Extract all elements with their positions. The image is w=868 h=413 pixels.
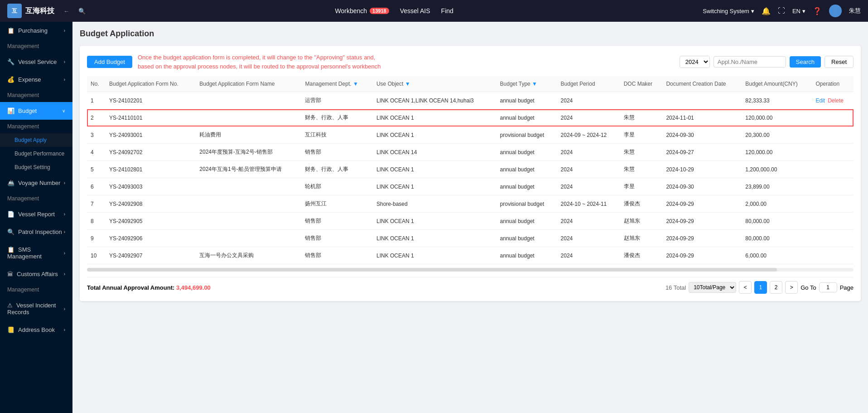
search-input[interactable] xyxy=(714,56,786,68)
cell-budget-period: 2024 xyxy=(557,213,620,230)
sidebar-item-vessel-service[interactable]: 🔧Vessel Service › xyxy=(0,53,72,71)
page-2-button[interactable]: 2 xyxy=(770,281,782,294)
table-row: 2YS-24110101财务、行政、人事LINK OCEAN 1annual b… xyxy=(87,109,854,126)
main-card: Add Budget Once the budget application f… xyxy=(80,46,861,301)
search-button[interactable]: Search xyxy=(790,56,821,68)
table-header: No. Budget Application Form No. Budget A… xyxy=(87,76,854,92)
page-1-button[interactable]: 1 xyxy=(754,281,767,294)
help-icon[interactable]: ❓ xyxy=(813,7,822,15)
cell-doc-creation-date: 2024-09-29 xyxy=(662,230,742,247)
page-title: Budget Application xyxy=(80,29,861,39)
top-header: 互 互海科技 ← 🔍 Workbench 13918 Vessel AIS Fi… xyxy=(0,0,868,22)
cell-mgmt-dept: 销售部 xyxy=(301,213,372,230)
sidebar-item-purchasing[interactable]: 📋Purchasing › xyxy=(0,22,72,39)
sidebar-item-customs[interactable]: 🏛Customs Affairs › xyxy=(0,265,72,283)
cell-budget-type: annual budget xyxy=(497,178,557,195)
edit-link[interactable]: Edit xyxy=(816,97,825,104)
col-form-no: Budget Application Form No. xyxy=(106,76,196,92)
budget-table: No. Budget Application Form No. Budget A… xyxy=(87,76,854,264)
sidebar: 📋Purchasing › Management 🔧Vessel Service… xyxy=(0,22,72,413)
sidebar-item-expense[interactable]: 💰Expense › xyxy=(0,71,72,88)
cell-doc-maker: 朱慧 xyxy=(620,161,663,178)
table-row: 4YS-240927022024年度预算-互海2号-销售部销售部LINK OCE… xyxy=(87,144,854,161)
notice-line2: based on the approval process nodes, it … xyxy=(138,62,674,71)
cell-mgmt-dept: 销售部 xyxy=(301,144,372,161)
search-area: 2024 2023 2022 Search Reset xyxy=(680,56,854,68)
switching-system-btn[interactable]: Switching System ▾ xyxy=(703,8,754,15)
cell-form-no: YS-24092908 xyxy=(106,195,196,213)
col-budget-type[interactable]: Budget Type ▼ xyxy=(497,76,557,92)
per-page-select[interactable]: 10Total/Page 20Total/Page 50Total/Page xyxy=(689,282,736,293)
chevron-address: › xyxy=(64,327,65,332)
cell-mgmt-dept: 销售部 xyxy=(301,247,372,264)
cell-no: 2 xyxy=(87,109,106,126)
cell-mgmt-dept: 扬州互江 xyxy=(301,195,372,213)
cell-use-object: LINK OCEAN 1 xyxy=(373,109,497,126)
cell-budget-amount: 80,000.00 xyxy=(742,230,812,247)
horizontal-scrollbar[interactable] xyxy=(87,268,854,272)
col-budget-period: Budget Period xyxy=(557,76,620,92)
workbench-badge: 13918 xyxy=(370,8,389,14)
sidebar-item-budget-setting[interactable]: Budget Setting xyxy=(0,160,72,174)
chevron-sms: › xyxy=(64,251,65,256)
col-doc-maker: DOC Maker xyxy=(620,76,663,92)
workbench-button[interactable]: Workbench 13918 xyxy=(335,7,389,15)
cell-budget-type: annual budget xyxy=(497,213,557,230)
username-label: 朱慧 xyxy=(849,7,861,15)
next-page-button[interactable]: > xyxy=(785,281,798,294)
cell-operation xyxy=(812,126,854,144)
cell-operation xyxy=(812,230,854,247)
cell-doc-maker: 潘俊杰 xyxy=(620,195,663,213)
sidebar-label-purchasing-mgmt: Management xyxy=(0,39,72,53)
cell-budget-type: annual budget xyxy=(497,230,557,247)
vessel-ais-link[interactable]: Vessel AIS xyxy=(400,7,430,15)
cell-operation xyxy=(812,109,854,126)
cell-no: 1 xyxy=(87,92,106,109)
cell-form-name xyxy=(196,230,301,247)
reset-button[interactable]: Reset xyxy=(825,56,854,68)
cell-doc-creation-date: 2024-09-27 xyxy=(662,144,742,161)
sidebar-item-sms[interactable]: 📋SMS Management › xyxy=(0,241,72,265)
col-mgmt-dept[interactable]: Management Dept. ▼ xyxy=(301,76,372,92)
back-icon[interactable]: ← xyxy=(63,8,69,15)
cell-mgmt-dept: 财务、行政、人事 xyxy=(301,109,372,126)
sidebar-item-budget-apply[interactable]: Budget Apply xyxy=(0,133,72,147)
toolbar-row: Add Budget Once the budget application f… xyxy=(87,53,854,71)
sidebar-item-budget-performance[interactable]: Budget Performance xyxy=(0,147,72,160)
sidebar-item-patrol[interactable]: 🔍Patrol Inspection › xyxy=(0,223,72,241)
sidebar-item-budget[interactable]: 📊Budget ∨ xyxy=(0,102,72,120)
cell-form-no: YS-24092907 xyxy=(106,247,196,264)
fullscreen-icon[interactable]: ⛶ xyxy=(778,7,785,15)
cell-doc-creation-date: 2024-09-29 xyxy=(662,213,742,230)
goto-input[interactable] xyxy=(819,282,837,292)
cell-no: 4 xyxy=(87,144,106,161)
notification-icon[interactable]: 🔔 xyxy=(762,7,771,15)
cell-operation xyxy=(812,178,854,195)
delete-link[interactable]: Delete xyxy=(828,97,844,104)
year-select[interactable]: 2024 2023 2022 xyxy=(680,56,710,68)
cell-form-name xyxy=(196,195,301,213)
sidebar-item-vessel-report[interactable]: 📄Vessel Report › xyxy=(0,205,72,223)
cell-doc-creation-date: 2024-10-29 xyxy=(662,161,742,178)
prev-page-button[interactable]: < xyxy=(739,281,752,294)
chevron-vessel-report: › xyxy=(64,212,65,217)
total-text: Total Annual Approval Amount: 3,494,699.… xyxy=(87,284,211,291)
find-link[interactable]: Find xyxy=(441,7,453,15)
sidebar-item-voyage-number[interactable]: 🚢Voyage Number › xyxy=(0,174,72,192)
cell-form-name xyxy=(196,92,301,109)
cell-budget-amount: 120,000.00 xyxy=(742,109,812,126)
add-budget-button[interactable]: Add Budget xyxy=(87,56,132,68)
sidebar-item-vessel-incident[interactable]: ⚠Vessel Incident Records › xyxy=(0,296,72,321)
cell-budget-period: 2024 xyxy=(557,230,620,247)
cell-budget-amount: 80,000.00 xyxy=(742,213,812,230)
cell-no: 3 xyxy=(87,126,106,144)
cell-budget-period: 2024 xyxy=(557,161,620,178)
cell-use-object: LINK OCEAN 1 xyxy=(373,213,497,230)
sidebar-item-address-book[interactable]: 📒Address Book › xyxy=(0,321,72,339)
language-btn[interactable]: EN ▾ xyxy=(792,8,805,15)
cell-operation xyxy=(812,195,854,213)
cell-mgmt-dept: 销售部 xyxy=(301,230,372,247)
search-header-icon[interactable]: 🔍 xyxy=(78,8,86,15)
cell-budget-amount: 120,000.00 xyxy=(742,144,812,161)
col-use-object[interactable]: Use Object ▼ xyxy=(373,76,497,92)
